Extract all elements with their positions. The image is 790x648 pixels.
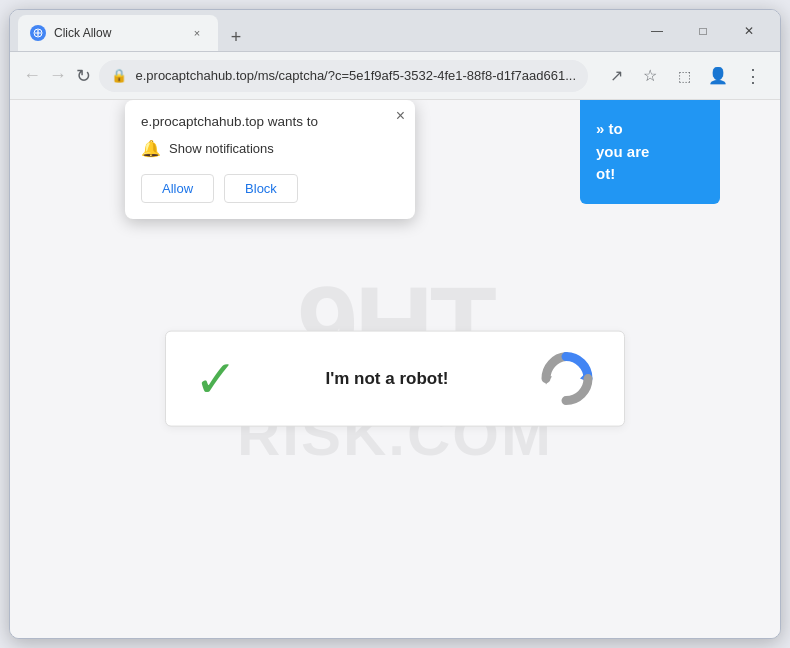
window-controls: — □ ✕ xyxy=(634,15,772,47)
block-button[interactable]: Block xyxy=(224,174,298,203)
back-button[interactable]: ← xyxy=(22,60,42,92)
star-icon: ☆ xyxy=(643,66,657,85)
popup-title: e.procaptchahub.top wants to xyxy=(141,114,399,129)
title-bar: Click Allow × + — □ ✕ xyxy=(10,10,780,52)
tab-cast-button[interactable]: ⬚ xyxy=(668,60,700,92)
tab-close-button[interactable]: × xyxy=(188,24,206,42)
menu-button[interactable]: ⋮ xyxy=(736,60,768,92)
active-tab[interactable]: Click Allow × xyxy=(18,15,218,51)
bookmark-button[interactable]: ☆ xyxy=(634,60,666,92)
checkmark-icon: ✓ xyxy=(194,353,238,405)
notification-row: 🔔 Show notifications xyxy=(141,139,399,158)
tab-strip: Click Allow × + xyxy=(18,10,634,51)
refresh-icon: ↻ xyxy=(76,65,91,87)
blue-banner: » to you are ot! xyxy=(580,100,720,204)
forward-button[interactable]: → xyxy=(48,60,68,92)
allow-button[interactable]: Allow xyxy=(141,174,214,203)
nav-bar: ← → ↻ 🔒 e.procaptchahub.top/ms/captcha/?… xyxy=(10,52,780,100)
browser-window: Click Allow × + — □ ✕ ← → ↻ 🔒 e.procaptc… xyxy=(9,9,781,639)
profile-icon: 👤 xyxy=(708,66,728,85)
captcha-box[interactable]: ✓ I'm not a robot! xyxy=(165,331,625,427)
more-icon: ⋮ xyxy=(744,65,761,87)
tab-title: Click Allow xyxy=(54,26,180,40)
close-button[interactable]: ✕ xyxy=(726,15,772,47)
cast-icon: ⬚ xyxy=(678,68,691,84)
blue-banner-line1: » to xyxy=(596,118,704,141)
popup-close-button[interactable]: × xyxy=(396,108,405,124)
address-text: e.procaptchahub.top/ms/captcha/?c=5e1f9a… xyxy=(135,68,576,83)
profile-button[interactable]: 👤 xyxy=(702,60,734,92)
address-bar[interactable]: 🔒 e.procaptchahub.top/ms/captcha/?c=5e1f… xyxy=(99,60,588,92)
refresh-button[interactable]: ↻ xyxy=(74,60,94,92)
new-tab-button[interactable]: + xyxy=(222,23,250,51)
minimize-button[interactable]: — xyxy=(634,15,680,47)
webpage-content: 9HT RISK.COM » to you are ot! × e.procap… xyxy=(10,100,780,638)
captcha-label: I'm not a robot! xyxy=(325,369,448,389)
blue-banner-line3: ot! xyxy=(596,163,704,186)
maximize-button[interactable]: □ xyxy=(680,15,726,47)
notification-label: Show notifications xyxy=(169,141,274,156)
bell-icon: 🔔 xyxy=(141,139,161,158)
share-icon: ↗ xyxy=(610,66,623,85)
permission-popup: × e.procaptchahub.top wants to 🔔 Show no… xyxy=(125,100,415,219)
back-icon: ← xyxy=(23,65,41,86)
popup-buttons: Allow Block xyxy=(141,174,399,203)
tab-favicon xyxy=(30,25,46,41)
forward-icon: → xyxy=(49,65,67,86)
recaptcha-logo xyxy=(536,349,596,409)
lock-icon: 🔒 xyxy=(111,68,127,83)
nav-right-icons: ↗ ☆ ⬚ 👤 ⋮ xyxy=(600,60,768,92)
blue-banner-line2: you are xyxy=(596,141,704,164)
share-button[interactable]: ↗ xyxy=(600,60,632,92)
